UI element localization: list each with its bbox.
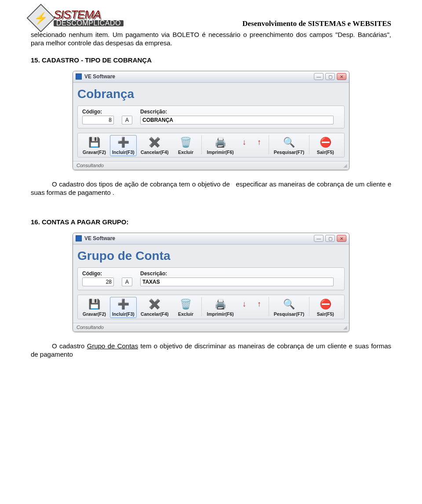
delete-icon: 🗑️ (178, 298, 193, 310)
statusbar: Consultando ◢ (73, 323, 349, 332)
letter-input[interactable] (122, 116, 132, 124)
arrow-down-icon: ↓ (240, 136, 249, 149)
excluir-button[interactable]: 🗑️ Excluir (172, 297, 199, 318)
descricao-field: Descrição: (140, 270, 334, 286)
letter-field (122, 109, 132, 124)
grupo-de-contas-underline: Grupo de Contas (87, 342, 138, 350)
exit-icon: ⛔ (318, 298, 332, 310)
logo-line2: DESCOMPLICADO (54, 20, 124, 26)
codigo-input[interactable] (82, 116, 114, 124)
separator (269, 135, 269, 154)
logo-line1: SISTEMA (54, 10, 124, 20)
print-icon: 🖨️ (213, 136, 227, 149)
heading-16: 16. CONTAS A PAGAR GRUPO: (31, 218, 391, 226)
separator (201, 297, 202, 316)
separator (309, 297, 309, 316)
intro-paragraph: selecionado nenhum item. Um pagamento vi… (31, 31, 391, 47)
status-text: Consultando (76, 163, 104, 168)
arrow-up-icon: ↑ (255, 298, 264, 310)
pesquisar-button[interactable]: 🔍 Pesquisar(F7) (272, 135, 306, 156)
app-icon (76, 73, 82, 80)
panel-title: Grupo de Conta (77, 249, 345, 263)
descricao-input[interactable] (140, 116, 334, 124)
titlebar: VE Software — ▢ ✕ (73, 233, 349, 245)
window-buttons: — ▢ ✕ (314, 73, 346, 80)
add-icon: ➕ (116, 136, 130, 149)
descricao-label: Descrição: (140, 270, 334, 277)
maximize-button[interactable]: ▢ (325, 235, 335, 242)
separator (269, 297, 269, 316)
incluir-button[interactable]: ➕ Incluir(F3) (110, 135, 137, 156)
down-button[interactable]: ↓ (238, 297, 251, 312)
up-button[interactable]: ↑ (253, 297, 266, 312)
toolbar: 💾 Gravar(F2) ➕ Incluir(F3) ✖️ Cancelar(F… (77, 295, 345, 319)
logo-icon: ⚡ (26, 4, 55, 32)
cancel-icon: ✖️ (148, 298, 162, 310)
codigo-field: Código: (82, 270, 114, 286)
paragraph-after-15: O cadastro dos tipos de ação de cobrança… (31, 180, 391, 197)
panel-title: Cobrança (77, 87, 345, 101)
codigo-field: Código: (82, 109, 114, 124)
descricao-field: Descrição: (140, 109, 334, 124)
add-icon: ➕ (116, 298, 130, 310)
header-slogan: Desenvolvimento de SISTEMAS e WEBSITES (242, 8, 391, 28)
cancelar-button[interactable]: ✖️ Cancelar(F4) (138, 297, 171, 318)
letter-input[interactable] (122, 278, 132, 286)
form-row: Código: Descrição: (77, 106, 345, 128)
resize-grip-icon[interactable]: ◢ (343, 163, 346, 168)
statusbar: Consultando ◢ (73, 161, 349, 170)
logo-text: SISTEMA DESCOMPLICADO (54, 10, 124, 26)
logo: ⚡ SISTEMA DESCOMPLICADO (31, 8, 124, 28)
arrow-up-icon: ↑ (255, 136, 264, 149)
close-button[interactable]: ✕ (337, 73, 346, 80)
minimize-button[interactable]: — (314, 235, 324, 242)
print-icon: 🖨️ (213, 298, 227, 310)
arrow-down-icon: ↓ (240, 298, 249, 310)
sair-button[interactable]: ⛔ Sair(F5) (312, 135, 338, 156)
paragraph-after-16: O cadastro Grupo de Contas tem o objetiv… (31, 342, 391, 359)
separator (201, 135, 202, 154)
incluir-button[interactable]: ➕ Incluir(F3) (110, 297, 137, 318)
exit-icon: ⛔ (318, 136, 332, 149)
search-icon: 🔍 (282, 136, 296, 149)
form-row: Código: Descrição: (77, 267, 345, 290)
sair-button[interactable]: ⛔ Sair(F5) (312, 297, 338, 318)
excluir-button[interactable]: 🗑️ Excluir (172, 135, 199, 156)
save-icon: 💾 (87, 298, 102, 310)
cancelar-button[interactable]: ✖️ Cancelar(F4) (138, 135, 171, 156)
toolbar: 💾 Gravar(F2) ➕ Incluir(F3) ✖️ Cancelar(F… (77, 133, 345, 157)
vesoft-window-grupo-conta: VE Software — ▢ ✕ Grupo de Conta Código:… (73, 233, 349, 332)
resize-grip-icon[interactable]: ◢ (343, 325, 346, 330)
letter-field (122, 270, 132, 286)
descricao-input[interactable] (140, 278, 334, 286)
imprimir-button[interactable]: 🖨️ Imprimir(F6) (204, 297, 236, 318)
separator (309, 135, 309, 154)
document-header: ⚡ SISTEMA DESCOMPLICADO Desenvolvimento … (31, 8, 391, 28)
up-button[interactable]: ↑ (253, 135, 266, 150)
codigo-label: Código: (82, 109, 114, 115)
codigo-input[interactable] (82, 278, 114, 286)
gravar-button[interactable]: 💾 Gravar(F2) (80, 297, 108, 318)
maximize-button[interactable]: ▢ (325, 73, 335, 80)
heading-15: 15. CADASTRO - TIPO DE COBRANÇA (31, 56, 391, 64)
save-icon: 💾 (87, 136, 102, 149)
minimize-button[interactable]: — (314, 73, 324, 80)
window-buttons: — ▢ ✕ (314, 235, 346, 242)
app-icon (76, 235, 82, 241)
vesoft-window-cobranca: VE Software — ▢ ✕ Cobrança Código: Descr… (73, 71, 349, 170)
close-button[interactable]: ✕ (337, 235, 346, 242)
app-title: VE Software (84, 235, 115, 241)
cancel-icon: ✖️ (148, 136, 162, 149)
codigo-label: Código: (82, 270, 114, 277)
gravar-button[interactable]: 💾 Gravar(F2) (80, 135, 108, 156)
app-title: VE Software (84, 73, 115, 80)
titlebar: VE Software — ▢ ✕ (73, 71, 349, 83)
search-icon: 🔍 (282, 298, 296, 310)
pesquisar-button[interactable]: 🔍 Pesquisar(F7) (272, 297, 306, 318)
delete-icon: 🗑️ (178, 136, 193, 149)
down-button[interactable]: ↓ (238, 135, 251, 150)
descricao-label: Descrição: (140, 109, 334, 115)
status-text: Consultando (76, 325, 104, 330)
imprimir-button[interactable]: 🖨️ Imprimir(F6) (204, 135, 236, 156)
